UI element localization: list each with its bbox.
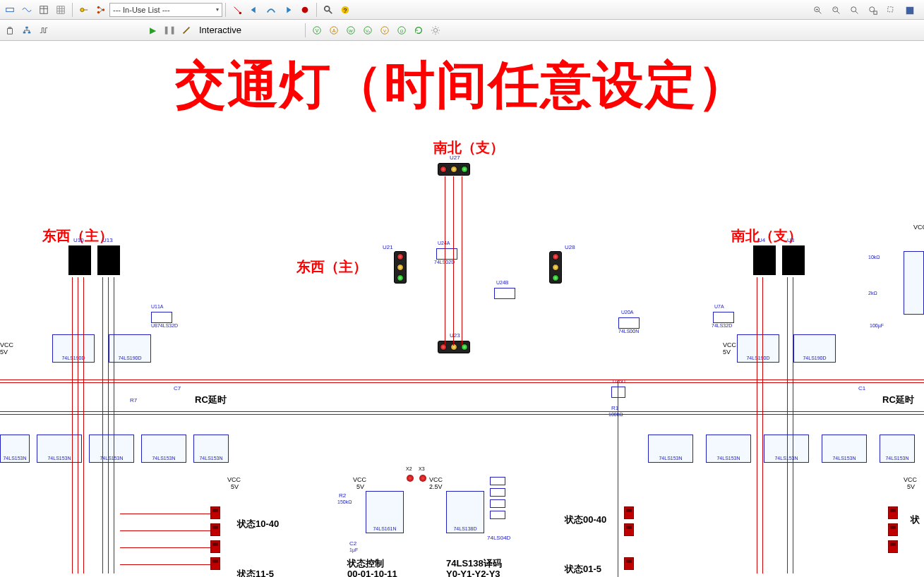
dip-s7[interactable] (624, 506, 634, 519)
fullscreen-icon[interactable] (902, 3, 918, 18)
gate-inv-3 (490, 499, 505, 508)
svg-rect-24 (874, 11, 877, 14)
wire-r-1 (757, 277, 757, 573)
net-label-icon[interactable] (76, 2, 92, 18)
probe-v-icon[interactable] (229, 2, 245, 18)
zoom-out-icon[interactable]: − (829, 3, 844, 18)
gate-inv-1 (490, 477, 505, 485)
breakpoint-icon[interactable] (297, 2, 313, 18)
ref-150k: 150kΩ (337, 499, 352, 504)
settings-icon[interactable] (428, 23, 443, 38)
ref-u23: U23 (450, 332, 460, 339)
svg-point-6 (97, 6, 100, 8)
traffic-u28 (549, 251, 562, 284)
chip-mux-r1: 74LS153N (706, 435, 751, 463)
help-icon[interactable]: ? (337, 2, 353, 18)
gate-u7a (713, 312, 734, 323)
ref-c1: C1 (858, 385, 865, 391)
probe-x2 (407, 475, 414, 482)
pause-button[interactable]: ❚❚ (162, 23, 177, 38)
place-component-icon[interactable] (2, 2, 18, 18)
chip-mux-l2: 74LS153N (89, 435, 134, 463)
ref-c2: C2 (349, 540, 356, 547)
ref-x2: X2 (406, 466, 412, 471)
dip-s3[interactable] (888, 506, 898, 519)
gate-u24a (436, 248, 457, 260)
svg-point-21 (851, 7, 856, 12)
zoom-in-icon[interactable]: + (810, 3, 826, 18)
waveform-icon[interactable] (19, 2, 35, 18)
svg-point-4 (80, 8, 84, 11)
gate-u26d (611, 387, 625, 398)
gate-u20a (618, 317, 640, 329)
svg-rect-28 (23, 31, 26, 33)
step-into-icon[interactable] (246, 2, 262, 18)
label-ns-top: 南北（支） (433, 138, 504, 157)
hierarchy-icon[interactable] (19, 23, 35, 38)
net-v-icon[interactable]: V (377, 23, 392, 38)
delete-icon[interactable] (2, 23, 18, 38)
v-probe-icon[interactable]: V (309, 23, 325, 38)
search-icon[interactable] (320, 2, 336, 18)
w-probe-icon[interactable]: W (343, 23, 359, 38)
refresh-icon[interactable] (411, 23, 426, 38)
svg-line-16 (819, 11, 822, 14)
step-out-icon[interactable] (280, 2, 296, 18)
chip-counter-l1: 74LS190D (52, 334, 95, 363)
v25-c2: 2.5V (429, 483, 443, 490)
svg-point-11 (325, 6, 330, 11)
dip-s13[interactable] (210, 506, 220, 519)
dip-s8[interactable] (624, 523, 634, 536)
traffic-u27 (438, 163, 470, 176)
wire-r-3 (787, 277, 788, 573)
vcc-r2: VCC (723, 341, 736, 348)
dip-s5[interactable] (888, 540, 898, 553)
zoom-fit-icon[interactable] (865, 3, 881, 18)
ref-u8: U874LS32D (151, 323, 178, 328)
ref-u28: U28 (565, 244, 575, 250)
dip-s16[interactable] (210, 557, 220, 570)
wire-l-1 (72, 277, 73, 573)
dip-s15[interactable] (210, 540, 220, 553)
zoom-area-icon[interactable] (847, 3, 863, 18)
svg-line-22 (856, 11, 858, 14)
dip-s14[interactable] (210, 523, 220, 536)
wire-l-3 (83, 277, 84, 573)
display-u3 (782, 245, 805, 275)
ref-u27: U27 (450, 154, 460, 161)
traffic-u23 (438, 341, 470, 353)
grid-icon[interactable] (53, 2, 68, 18)
table-icon[interactable] (36, 2, 52, 18)
wire-bus-1 (0, 379, 924, 380)
pulse-icon[interactable] (36, 23, 52, 38)
component-tree-icon[interactable] (93, 2, 109, 18)
wire-l-5 (108, 277, 109, 573)
zoom-select-icon[interactable] (884, 3, 899, 18)
probe-x3 (419, 475, 426, 482)
wire-dip-l2 (120, 530, 210, 531)
step-over-icon[interactable] (263, 2, 279, 18)
v5-l2: 5V (231, 483, 239, 490)
label-ew-center: 东西（主） (296, 257, 367, 277)
svg-text:?: ? (344, 6, 347, 13)
schematic-title: 交通灯（时间任意设定） (0, 51, 924, 119)
wire-l-6 (114, 277, 114, 573)
run-button[interactable]: ▶ (145, 23, 160, 38)
net-a-icon[interactable]: Ω (394, 23, 409, 38)
label-state-10-40: 状态10-40 (237, 518, 279, 530)
diff-probe-icon[interactable]: Vₐ (360, 23, 376, 38)
svg-text:A: A (332, 28, 336, 32)
ref-74ls32d-r: 74LS32D (712, 323, 732, 328)
wire-bus-4 (0, 414, 924, 415)
ref-2k: 2kΩ (868, 291, 877, 296)
schematic-canvas[interactable]: 交通灯（时间任意设定） 东西（主） 东西（主） 南北（支） 南北（支） RC延时… (0, 41, 924, 577)
chip-mux-r2: 74LS153N (764, 435, 809, 463)
a-probe-icon[interactable]: A (326, 23, 342, 38)
svg-line-12 (329, 10, 332, 13)
dip-s6[interactable] (624, 557, 634, 570)
dip-s4[interactable] (888, 523, 898, 536)
interactive-probe-icon[interactable] (179, 23, 194, 38)
ref-u24b: U24B (496, 280, 509, 285)
ref-r2: R2 (339, 492, 346, 499)
in-use-list-dropdown[interactable]: --- In-Use List --- ▾ (109, 3, 222, 17)
